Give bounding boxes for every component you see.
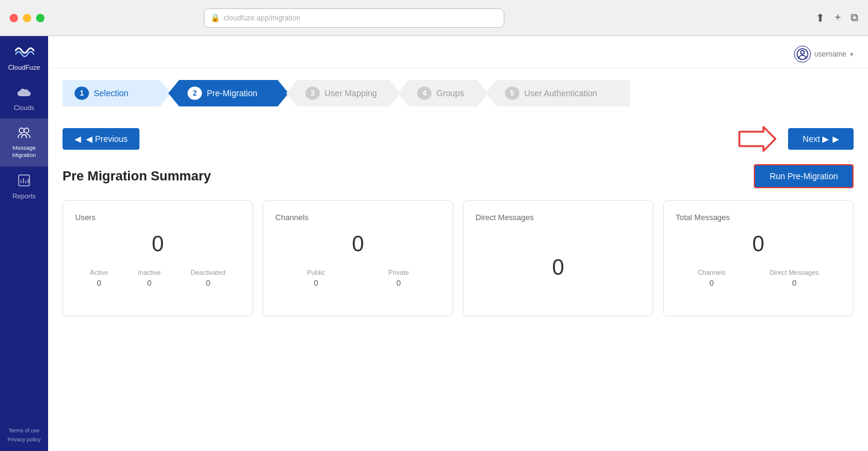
channels-public: Public 0 xyxy=(307,269,325,287)
sidebar-item-clouds[interactable]: Clouds xyxy=(0,81,48,118)
next-button[interactable]: Next ▶ ▶ xyxy=(788,128,854,150)
users-inactive-value: 0 xyxy=(147,278,151,287)
user-avatar-icon xyxy=(794,46,811,63)
step-1-selection[interactable]: 1 Selection xyxy=(63,80,171,106)
clouds-icon xyxy=(17,88,31,102)
step-1-number: 1 xyxy=(75,87,89,100)
app-container: CloudFuze Clouds xyxy=(0,36,868,451)
user-profile[interactable]: username ▾ xyxy=(794,46,854,63)
maximize-button[interactable] xyxy=(36,14,44,22)
page-content: ◀ ◀ Previous Next ▶ ▶ xyxy=(48,116,868,451)
windows-icon[interactable]: ⧉ xyxy=(851,11,858,25)
users-main-value: 0 xyxy=(75,232,240,257)
total-messages-card: Total Messages 0 Channels 0 Direct Messa… xyxy=(663,200,854,316)
users-active: Active 0 xyxy=(90,269,108,287)
next-arrow-indicator xyxy=(736,126,778,152)
sidebar-footer: Terms of use Privacy policy xyxy=(5,419,43,451)
reports-label: Reports xyxy=(13,192,36,200)
svg-point-4 xyxy=(801,51,804,54)
svg-point-1 xyxy=(24,128,29,133)
users-card-title: Users xyxy=(75,213,240,222)
stepper: 1 Selection 2 Pre-Migration 3 User Mappi… xyxy=(63,80,854,106)
step-5-userauthentication[interactable]: 5 User Authentication xyxy=(486,80,630,106)
step-2-premigration[interactable]: 2 Pre-Migration xyxy=(168,80,289,106)
users-inactive: Inactive 0 xyxy=(138,269,160,287)
total-messages-card-title: Total Messages xyxy=(676,213,841,222)
browser-actions: ⬆ + ⧉ xyxy=(816,11,858,25)
channels-card-title: Channels xyxy=(275,213,441,222)
step-1-label: Selection xyxy=(94,88,129,98)
users-inactive-label: Inactive xyxy=(138,269,160,276)
total-direct-messages: Direct Messages 0 xyxy=(769,269,819,287)
channels-public-label: Public xyxy=(307,269,325,276)
step-5-label: User Authentication xyxy=(524,88,597,98)
minimize-button[interactable] xyxy=(23,14,31,22)
step-4-groups[interactable]: 4 Groups xyxy=(398,80,488,106)
channels-private-label: Private xyxy=(388,269,409,276)
total-direct-messages-label: Direct Messages xyxy=(769,269,819,276)
sidebar-logo[interactable]: CloudFuze xyxy=(8,42,40,71)
next-arrow-icon: ▶ xyxy=(833,134,839,144)
step-2-label: Pre-Migration xyxy=(207,88,257,98)
step-4-label: Groups xyxy=(436,88,464,98)
user-name: username xyxy=(815,50,846,58)
url-text: cloudfuze.app/migration xyxy=(224,14,300,22)
users-active-label: Active xyxy=(90,269,108,276)
message-migration-label: Message Migration xyxy=(2,144,46,159)
user-chevron-icon: ▾ xyxy=(850,51,854,58)
privacy-link[interactable]: Privacy policy xyxy=(7,437,40,443)
total-channels-label: Channels xyxy=(698,269,726,276)
svg-marker-5 xyxy=(739,127,775,151)
reports-icon xyxy=(17,174,31,190)
main-content: username ▾ 1 Selection 2 Pre-Migration xyxy=(48,36,868,451)
users-sub-row: Active 0 Inactive 0 Deactivated 0 xyxy=(75,269,240,287)
users-card: Users 0 Active 0 Inactive 0 Deactivated xyxy=(63,200,253,316)
next-label: Next ▶ xyxy=(802,134,829,144)
sidebar-item-message-migration[interactable]: Message Migration xyxy=(0,118,48,167)
step-5-number: 5 xyxy=(505,87,519,100)
total-channels-value: 0 xyxy=(709,278,714,287)
sidebar-nav: Clouds Message Migration xyxy=(0,81,48,419)
total-channels: Channels 0 xyxy=(698,269,726,287)
step-3-usermapping[interactable]: 3 User Mapping xyxy=(286,80,400,106)
svg-point-0 xyxy=(19,128,24,133)
new-tab-icon[interactable]: + xyxy=(834,11,841,25)
page-title: Pre Migration Summary xyxy=(63,168,211,184)
users-deactivated: Deactivated 0 xyxy=(191,269,225,287)
users-active-value: 0 xyxy=(97,278,101,287)
address-bar[interactable]: 🔒 cloudfuze.app/migration xyxy=(204,8,504,28)
step-2-number: 2 xyxy=(188,87,202,100)
browser-chrome: 🔒 cloudfuze.app/migration ⬆ + ⧉ xyxy=(0,0,868,36)
sidebar: CloudFuze Clouds xyxy=(0,36,48,451)
step-4-number: 4 xyxy=(417,87,432,100)
channels-card: Channels 0 Public 0 Private 0 xyxy=(263,200,453,316)
message-migration-icon xyxy=(17,126,31,142)
traffic-lights xyxy=(10,14,44,22)
channels-private-value: 0 xyxy=(397,278,401,287)
nav-row: ◀ ◀ Previous Next ▶ ▶ xyxy=(63,126,854,152)
close-button[interactable] xyxy=(10,14,18,22)
step-3-number: 3 xyxy=(305,87,320,100)
previous-button[interactable]: ◀ ◀ Previous xyxy=(63,128,139,150)
stepper-container: 1 Selection 2 Pre-Migration 3 User Mappi… xyxy=(48,68,868,116)
total-direct-messages-value: 0 xyxy=(792,278,796,287)
cards-grid: Users 0 Active 0 Inactive 0 Deactivated xyxy=(63,200,854,316)
share-icon[interactable]: ⬆ xyxy=(816,11,825,25)
channels-private: Private 0 xyxy=(388,269,409,287)
direct-messages-card: Direct Messages 0 xyxy=(463,200,653,316)
terms-link[interactable]: Terms of use xyxy=(8,428,40,434)
step-3-label: User Mapping xyxy=(325,88,377,98)
channels-sub-row: Public 0 Private 0 xyxy=(275,269,441,287)
users-deactivated-label: Deactivated xyxy=(191,269,225,276)
total-messages-main-value: 0 xyxy=(676,232,841,257)
channels-main-value: 0 xyxy=(275,232,441,257)
arrow-indicator-svg xyxy=(736,126,778,152)
clouds-label: Clouds xyxy=(14,104,34,111)
run-premigration-button[interactable]: Run Pre-Migration xyxy=(754,164,854,188)
direct-messages-value: 0 xyxy=(552,255,564,280)
direct-messages-card-title: Direct Messages xyxy=(475,213,641,222)
prev-arrow-icon: ◀ xyxy=(75,134,81,144)
lock-icon: 🔒 xyxy=(210,13,220,22)
sidebar-item-reports[interactable]: Reports xyxy=(0,167,48,207)
logo-icon xyxy=(13,42,35,63)
